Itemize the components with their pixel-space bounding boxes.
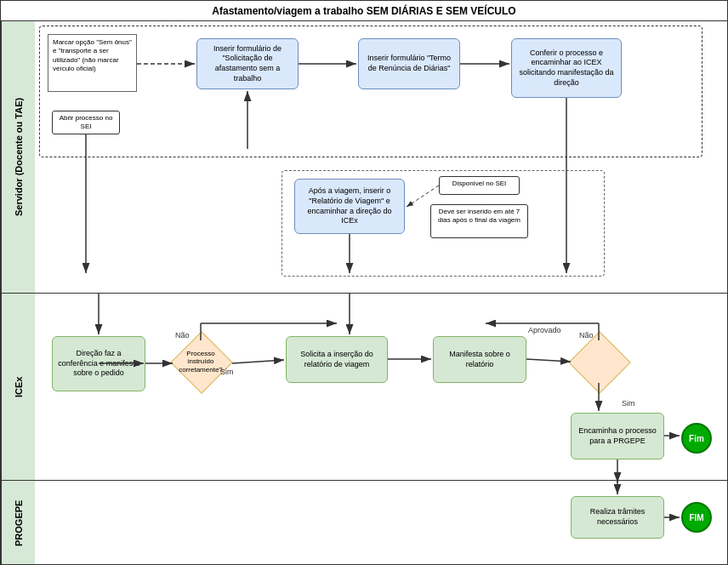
label-sim2: Sim [622,399,635,408]
swimlane-progepe: PROGEPE Realiza trâmites necessários FIM [1,481,727,565]
realiza-box: Realiza trâmites necessários [571,496,664,539]
progepe-label: PROGEPE [1,481,35,565]
swimlane-servidor: Servidor (Docente ou TAE) Marcar opção "… [1,21,727,294]
progepe-content: Realiza trâmites necessários FIM [35,481,727,565]
content-area: Servidor (Docente ou TAE) Marcar opção "… [1,21,727,565]
servidor-label: Servidor (Docente ou TAE) [1,21,35,293]
box2: Inserir formulário "Termo de Renúncia de… [358,38,460,89]
note-box: Marcar opção "Sem ônus" e "transporte a … [48,34,137,92]
icex-content: Direção faz a conferência e manifesta so… [35,294,727,480]
diagram-title: Afastamento/viagem a trabalho SEM DIÁRIA… [1,1,727,21]
icex-label: ICEx [1,294,35,480]
icex-dir-box: Direção faz a conferência e manifesta so… [52,336,145,391]
diamond2 [569,340,628,383]
diamond1: Processo instruído corretamente? [171,340,230,383]
manifesta-box: Manifesta sobre o relatório [433,336,526,383]
box1: Inserir formulário de "Solicitação de af… [196,38,299,89]
available-sei-box: Disponível no SEI [439,176,520,195]
solicita-box: Solicita a inserção do relatório de viag… [286,336,388,383]
open-process-box: Abrir processo no SEI [52,111,120,134]
fim2-circle: FIM [681,502,712,533]
swimlane-icex: ICEx Direção faz a conferência e manifes… [1,294,727,481]
label-approved: Aprovado [528,326,561,334]
label-nao1: Não [175,331,190,340]
svg-line-15 [526,359,571,362]
svg-line-13 [232,360,284,363]
servidor-content: Marcar opção "Sem ônus" e "transporte a … [35,21,727,293]
insert-days-box: Deve ser inserido em até 7 dias após o f… [430,204,528,238]
box3: Conferir o processo e encaminhar ao ICEX… [511,38,622,98]
fim1-circle: Fim [681,423,712,454]
box4: Após a viagem, inserir o "Relatório de V… [294,179,405,234]
label-nao2: Não [579,331,594,340]
diagram-container: Afastamento/viagem a trabalho SEM DIÁRIA… [0,0,728,565]
encaminha-box: Encaminha o processo para a PRGEPE [571,413,664,459]
